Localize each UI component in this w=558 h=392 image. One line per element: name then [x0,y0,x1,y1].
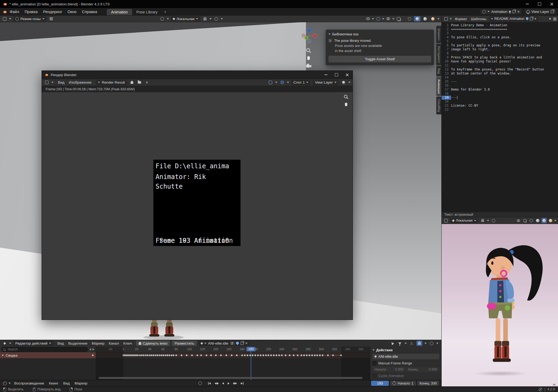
editor-line[interactable]: 7image left to right. [442,47,558,51]
viewport-menu-icon[interactable] [49,16,54,21]
keyframe-diamond[interactable] [288,354,291,357]
toggle-asset-shelf-button[interactable]: Toggle Asset Shelf [328,56,431,62]
keyframe-diamond[interactable] [230,354,233,357]
channels-icon[interactable] [279,80,285,85]
render-window[interactable]: Рендер Blender ВидИзображение Render Res… [42,70,353,320]
keyframe-diamond[interactable] [205,354,208,357]
timeline[interactable]: -200204060801001201401601802002202402602… [96,346,370,380]
maximize-button[interactable] [533,0,546,8]
menu-item[interactable]: Выделение [66,340,90,346]
image-datablock-selector[interactable]: Render Result [96,80,127,85]
zoom-icon[interactable] [343,94,349,100]
run-script-icon[interactable] [549,18,551,20]
menu-item[interactable]: Вид [56,79,66,86]
collapse-channels-icon[interactable] [89,348,91,350]
filter-icon[interactable] [397,341,402,346]
keyframe-diamond[interactable] [292,354,295,357]
exposure-chevron-icon[interactable] [348,82,350,83]
keyframe-diamond[interactable] [257,354,259,357]
cyclic-animation-row[interactable]: Cyclic Animation [372,374,439,378]
editor-line[interactable]: 2============================= [442,27,558,31]
menu-item[interactable]: Вид [55,340,66,346]
keyframe-diamond[interactable] [180,354,183,357]
pose-popup-header[interactable]: Библиотека поз [328,31,431,38]
menu-item[interactable]: Окно [65,8,79,15]
sidebar-tab[interactable]: Вид [436,66,441,76]
editor-type-icon[interactable] [2,341,7,346]
fake-user-shield-icon[interactable] [526,17,529,20]
keyframe-diamond[interactable] [313,354,316,357]
snap-chevron-icon[interactable] [487,220,489,221]
editor-line[interactable]: 11 [442,64,558,68]
keyframe-diamond[interactable] [311,354,313,357]
menu-item[interactable]: Формат [453,16,469,22]
timeline-ruler[interactable]: -200204060801001201401601802002202402602… [96,346,370,353]
zoom-icon[interactable] [306,48,312,54]
camera-view-icon[interactable] [306,63,312,69]
expand-channels-icon[interactable] [93,348,94,350]
pin-icon[interactable] [509,11,511,13]
editor-type-icon[interactable] [44,80,49,85]
keyframe-diamond[interactable] [241,354,243,357]
filter-chevron-icon[interactable] [405,343,407,344]
new-text-icon[interactable] [530,17,533,20]
menu-item[interactable]: Ключ [121,340,134,346]
cyclic-animation-checkbox[interactable] [372,374,376,378]
new-view-layer-icon[interactable] [551,10,554,13]
menu-item[interactable]: Маркер [90,340,107,346]
keyframe-diamond[interactable] [303,354,305,357]
proportional-chevron-icon[interactable] [436,343,438,344]
manual-frame-range-row[interactable]: Manual Frame Range [372,361,439,365]
keyframe-diamond[interactable] [332,354,335,357]
editor-line[interactable]: 9Press SPACE to play back a little anima… [442,55,558,59]
keyframe-diamond[interactable] [225,354,228,357]
editor-type-chevron-icon[interactable] [9,383,11,384]
shading-material-button[interactable] [422,16,428,21]
proportional-chevron-icon[interactable] [221,18,223,20]
asset-shelf-expand-icon[interactable] [553,383,556,385]
editor-line[interactable]: 4To pose Ellie, click on a pose. [442,35,558,39]
editor-type-chevron-icon[interactable] [9,343,11,344]
transform-orientation-dropdown[interactable]: Локальная [171,16,200,21]
open-image-folder-icon[interactable] [137,80,142,85]
menu-item[interactable]: Файл [7,8,22,15]
menu-item[interactable]: Канал [106,340,121,346]
gizmos-icon[interactable] [375,16,381,21]
keyframe-diamond[interactable] [215,354,217,357]
snap-chevron-icon[interactable] [209,18,212,20]
proportional-editing-icon[interactable] [429,341,434,346]
summary-keyframe-track[interactable] [96,352,370,358]
pan-hand-icon[interactable] [343,102,349,107]
menu-item[interactable]: Маркер [72,380,90,386]
editor-line[interactable]: 15--- [442,80,558,84]
visibility-chevron-icon[interactable] [372,18,374,20]
snap-magnet-icon[interactable] [416,341,422,346]
unlink-scene-icon[interactable]: ✕ [517,10,520,13]
close-button[interactable] [546,0,558,8]
workspace-tab[interactable]: Pose Library [132,9,162,15]
play-button[interactable] [226,381,231,386]
display-chevron-icon[interactable] [275,82,277,83]
minimize-button[interactable] [521,0,533,8]
browse-image-chevron-icon[interactable] [98,82,100,83]
proportional-editing-icon[interactable] [213,16,219,21]
fake-user-shield-icon[interactable] [236,342,239,345]
ghost-icon[interactable] [129,80,135,85]
unlink-action-icon[interactable]: ✕ [245,342,248,345]
slot-selector[interactable]: Слот 1 [291,80,311,85]
editor-line[interactable]: 21License: CC-BY [442,104,558,108]
expand-icon[interactable] [2,354,4,356]
keyframe-diamond[interactable] [251,354,254,357]
shading-wireframe-button[interactable] [529,218,534,223]
editor-line[interactable]: 12To keyframe the poses, press the "Reco… [442,68,558,72]
keyframe-diamond[interactable] [300,354,303,357]
pan-hand-icon[interactable] [306,55,312,61]
viewport2-scene[interactable] [442,224,558,386]
range-end-field[interactable]: Конец 0.000 [406,367,439,372]
shading-solid-button[interactable] [535,218,540,223]
snap-chevron-icon[interactable] [424,343,427,344]
summary-channel-row[interactable]: Сводка [0,352,96,358]
dope-mode-dropdown[interactable]: Редактор действий [13,341,53,346]
workspace-tab[interactable]: Animation [107,9,132,15]
channels-chevron-icon[interactable] [287,82,289,83]
